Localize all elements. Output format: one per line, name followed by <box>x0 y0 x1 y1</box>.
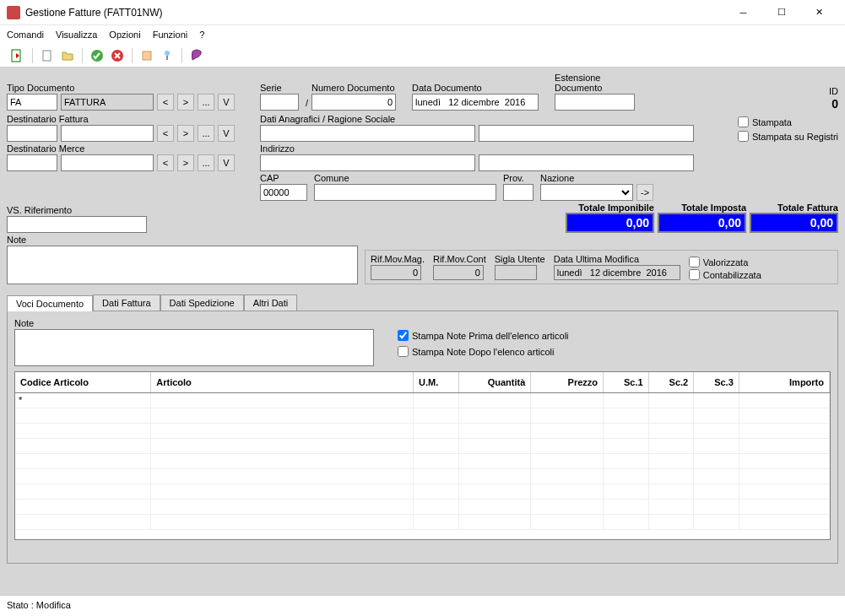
menu-visualizza[interactable]: Visualizza <box>56 30 97 40</box>
tipo-next-button[interactable]: > <box>177 94 194 111</box>
cap-label: CAP <box>260 173 311 183</box>
menu-funzioni[interactable]: Funzioni <box>153 30 188 40</box>
ragione2-input[interactable] <box>479 125 694 142</box>
vs-rif-input[interactable] <box>7 216 147 233</box>
stampata-registri-checkbox[interactable]: Stampata su Registri <box>738 131 838 142</box>
prov-label: Prov. <box>503 173 537 183</box>
dest-merce-label: Destinatario Merce <box>7 143 257 154</box>
dest-merce-prev-button[interactable]: < <box>157 154 174 171</box>
tab-note-input[interactable] <box>14 329 374 366</box>
prov-input[interactable] <box>503 184 534 201</box>
estensione-input[interactable] <box>555 94 635 111</box>
estensione-label: Estensione Documento <box>555 73 639 93</box>
tot-imponibile-value: 0,00 <box>566 213 654 233</box>
tipo-documento-label: Tipo Documento <box>7 83 257 93</box>
tot-imposta-label: Totale Imposta <box>658 203 746 213</box>
comune-input[interactable] <box>314 184 496 201</box>
dest-merce-v-button[interactable]: V <box>218 154 235 171</box>
dest-merce-desc-input[interactable] <box>61 154 154 171</box>
toolbar <box>0 44 845 68</box>
col-sc3[interactable]: Sc.3 <box>694 372 739 392</box>
dest-merce-code-input[interactable] <box>7 154 57 171</box>
valorizzata-checkbox[interactable]: Valorizzata <box>689 257 761 267</box>
table-row[interactable] <box>15 453 830 468</box>
tab-voci-documento[interactable]: Voci Documento <box>7 295 93 311</box>
dest-merce-browse-button[interactable]: ... <box>198 154 214 171</box>
table-row[interactable] <box>15 499 830 514</box>
stampa-note-prima-checkbox[interactable]: Stampa Note Prima dell'elenco articoli <box>398 330 569 341</box>
menu-help[interactable]: ? <box>199 30 204 40</box>
indirizzo1-input[interactable] <box>260 154 475 171</box>
col-quantita[interactable]: Quantità <box>458 372 531 392</box>
tab-note-label: Note <box>14 318 377 328</box>
exit-icon[interactable] <box>10 48 25 63</box>
menu-opzioni[interactable]: Opzioni <box>109 30 140 40</box>
dest-fatt-browse-button[interactable]: ... <box>198 125 214 142</box>
data-doc-input[interactable] <box>412 94 539 111</box>
dest-fatt-prev-button[interactable]: < <box>157 125 174 142</box>
col-sc1[interactable]: Sc.1 <box>604 372 649 392</box>
menu-comandi[interactable]: Comandi <box>7 30 44 40</box>
tipo-v-button[interactable]: V <box>218 94 235 111</box>
tipo-desc-input[interactable] <box>61 94 154 111</box>
note-input[interactable] <box>7 246 358 284</box>
table-row[interactable] <box>15 484 830 499</box>
tipo-code-input[interactable] <box>7 94 57 111</box>
confirm-icon[interactable] <box>89 48 105 63</box>
dest-fatt-next-button[interactable]: > <box>177 125 194 142</box>
new-icon[interactable] <box>40 48 55 63</box>
cap-input[interactable] <box>260 184 307 201</box>
minimize-button[interactable]: ─ <box>724 1 762 24</box>
dest-fatt-v-button[interactable]: V <box>218 125 235 142</box>
tab-altri-dati[interactable]: Altri Dati <box>244 294 298 311</box>
sigla-input <box>495 265 537 280</box>
col-prezzo[interactable]: Prezzo <box>531 372 604 392</box>
titlebar: Gestione Fatture (FATT01NW) ─ ☐ ✕ <box>0 0 845 25</box>
indirizzo2-input[interactable] <box>479 154 694 171</box>
stampata-checkbox[interactable]: Stampata <box>738 116 838 127</box>
note-label: Note <box>7 235 361 245</box>
numero-label: Numero Documento <box>311 83 400 93</box>
nazione-go-button[interactable]: -> <box>636 184 653 201</box>
svg-rect-4 <box>143 51 151 60</box>
serie-input[interactable] <box>260 94 299 111</box>
col-sc2[interactable]: Sc.2 <box>648 372 694 392</box>
table-row[interactable]: * <box>15 392 830 408</box>
col-um[interactable]: U.M. <box>414 372 459 392</box>
table-row[interactable] <box>15 468 830 484</box>
table-row[interactable] <box>15 408 830 423</box>
contabilizzata-checkbox[interactable]: Contabilizzata <box>689 269 761 280</box>
help-icon[interactable] <box>189 48 204 63</box>
cancel-icon[interactable] <box>110 48 125 63</box>
table-row[interactable] <box>15 423 830 438</box>
tool1-icon[interactable] <box>139 48 154 63</box>
ragione1-input[interactable] <box>260 125 475 142</box>
id-label: ID <box>829 86 838 96</box>
table-row[interactable] <box>15 438 830 453</box>
tool2-icon[interactable] <box>160 48 175 63</box>
tipo-prev-button[interactable]: < <box>157 94 174 111</box>
tot-fattura-label: Totale Fattura <box>750 203 838 213</box>
tab-dati-spedizione[interactable]: Dati Spedizione <box>160 294 244 311</box>
col-articolo[interactable]: Articolo <box>151 372 414 392</box>
tab-strip: Voci Documento Dati Fattura Dati Spedizi… <box>7 294 838 311</box>
sigla-label: Sigla Utente <box>495 254 545 264</box>
close-button[interactable]: ✕ <box>800 1 838 24</box>
col-importo[interactable]: Importo <box>739 372 829 392</box>
col-codice[interactable]: Codice Articolo <box>15 372 151 392</box>
stampa-note-dopo-checkbox[interactable]: Stampa Note Dopo l'elenco articoli <box>398 346 569 357</box>
maximize-button[interactable]: ☐ <box>762 1 800 24</box>
svg-rect-6 <box>166 56 168 60</box>
nazione-select[interactable] <box>540 184 633 201</box>
numero-input[interactable] <box>311 94 396 111</box>
dest-merce-next-button[interactable]: > <box>177 154 194 171</box>
rif-cont-label: Rif.Mov.Cont <box>433 254 486 264</box>
table-row[interactable] <box>15 514 830 529</box>
dest-fatt-desc-input[interactable] <box>61 125 154 142</box>
dest-fatt-code-input[interactable] <box>7 125 57 142</box>
vs-rif-label: VS. Riferimento <box>7 205 150 215</box>
articles-grid[interactable]: Codice Articolo Articolo U.M. Quantità P… <box>14 371 831 540</box>
tipo-browse-button[interactable]: ... <box>198 94 214 111</box>
tab-dati-fattura[interactable]: Dati Fattura <box>93 294 160 311</box>
open-icon[interactable] <box>60 48 75 63</box>
